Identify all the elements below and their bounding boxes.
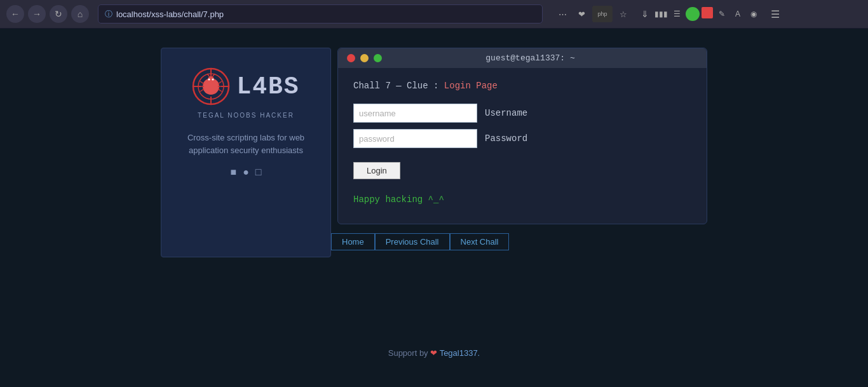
instagram-icon[interactable]: □ bbox=[255, 166, 262, 178]
red-square-icon[interactable] bbox=[702, 7, 713, 18]
more-button[interactable]: ⋯ bbox=[554, 6, 571, 22]
svg-line-12 bbox=[200, 89, 204, 92]
logo-container: L4BS bbox=[192, 67, 299, 105]
svg-line-10 bbox=[200, 81, 204, 84]
page-content: L4BS TEGAL NOOBS HACKER Cross-site scrip… bbox=[0, 29, 868, 387]
green-circle-icon bbox=[686, 7, 700, 21]
address-bar[interactable]: ⓘ localhost/xss-labs/chall/7.php bbox=[98, 4, 543, 24]
username-row: Username bbox=[353, 104, 691, 123]
star-button[interactable]: ☆ bbox=[615, 6, 632, 22]
terminal-panel: guest@tegal1337: ~ Chall 7 — Clue : Logi… bbox=[337, 48, 707, 224]
right-column: guest@tegal1337: ~ Chall 7 — Clue : Logi… bbox=[331, 48, 707, 250]
svg-line-13 bbox=[218, 81, 222, 84]
footer-text: Support by bbox=[388, 348, 428, 358]
browser-actions: ⋯ ❤ php ☆ bbox=[554, 6, 632, 22]
login-button[interactable]: Login bbox=[353, 162, 400, 179]
back-button[interactable]: ← bbox=[6, 5, 24, 23]
translate-icon[interactable]: A bbox=[731, 7, 745, 21]
social-icons: ■ ● □ bbox=[230, 166, 261, 178]
svg-line-15 bbox=[218, 89, 222, 92]
main-layout: L4BS TEGAL NOOBS HACKER Cross-site scrip… bbox=[161, 48, 707, 257]
username-label: Username bbox=[485, 108, 527, 118]
home-button[interactable]: ⌂ bbox=[71, 5, 89, 23]
left-panel: L4BS TEGAL NOOBS HACKER Cross-site scrip… bbox=[161, 48, 331, 257]
shield-icon[interactable]: ◉ bbox=[747, 7, 761, 21]
chall-clue: Login Page bbox=[444, 81, 498, 91]
browser-toolbar: ← → ↻ ⌂ ⓘ localhost/xss-labs/chall/7.php… bbox=[0, 0, 868, 29]
download-icon[interactable]: ⇓ bbox=[638, 7, 652, 21]
tagline: TEGAL NOOBS HACKER bbox=[198, 112, 294, 119]
hamburger-menu[interactable]: ☰ bbox=[767, 6, 783, 22]
logo-icon bbox=[192, 67, 230, 105]
description: Cross-site scripting labs for web applic… bbox=[174, 132, 318, 156]
chall-title: Chall 7 — Clue : Login Page bbox=[353, 81, 691, 91]
footer-brand: Tegal1337. bbox=[440, 348, 480, 358]
nav-buttons: Home Previous Chall Next Chall bbox=[331, 233, 707, 250]
extension-icons: ⇓ ▮▮▮ ☰ ✎ A ◉ bbox=[638, 7, 761, 21]
password-input[interactable] bbox=[353, 129, 477, 148]
logo-text: L4BS bbox=[236, 73, 299, 100]
info-icon: ⓘ bbox=[105, 9, 112, 20]
github-icon[interactable]: ● bbox=[243, 166, 249, 178]
url-text: localhost/xss-labs/chall/7.php bbox=[116, 10, 224, 19]
prev-chall-button[interactable]: Previous Chall bbox=[375, 233, 450, 250]
username-input[interactable] bbox=[353, 104, 477, 123]
php-badge: php bbox=[592, 6, 613, 22]
password-label: Password bbox=[485, 133, 527, 144]
happy-hacking: Happy hacking ^_^ bbox=[353, 194, 691, 205]
close-dot[interactable] bbox=[347, 54, 355, 62]
pen-icon[interactable]: ✎ bbox=[715, 7, 729, 21]
terminal-body: Chall 7 — Clue : Login Page Username Pas… bbox=[338, 68, 707, 224]
facebook-icon[interactable]: ■ bbox=[230, 166, 236, 178]
forward-button[interactable]: → bbox=[28, 5, 46, 23]
footer: Support by ❤ Tegal1337. bbox=[378, 338, 491, 368]
terminal-title: guest@tegal1337: ~ bbox=[363, 53, 698, 63]
svg-point-17 bbox=[212, 79, 214, 81]
pocket-button[interactable]: ❤ bbox=[573, 6, 590, 22]
heart-icon: ❤ bbox=[430, 348, 439, 358]
home-nav-button[interactable]: Home bbox=[331, 233, 375, 250]
chall-prefix: Chall 7 — Clue : bbox=[353, 81, 444, 91]
reload-button[interactable]: ↻ bbox=[50, 5, 67, 23]
bar-chart-icon[interactable]: ▮▮▮ bbox=[654, 7, 668, 21]
svg-point-16 bbox=[208, 79, 210, 81]
reader-icon[interactable]: ☰ bbox=[670, 7, 684, 21]
password-row: Password bbox=[353, 129, 691, 148]
next-chall-button[interactable]: Next Chall bbox=[450, 233, 510, 250]
terminal-titlebar: guest@tegal1337: ~ bbox=[338, 48, 707, 68]
